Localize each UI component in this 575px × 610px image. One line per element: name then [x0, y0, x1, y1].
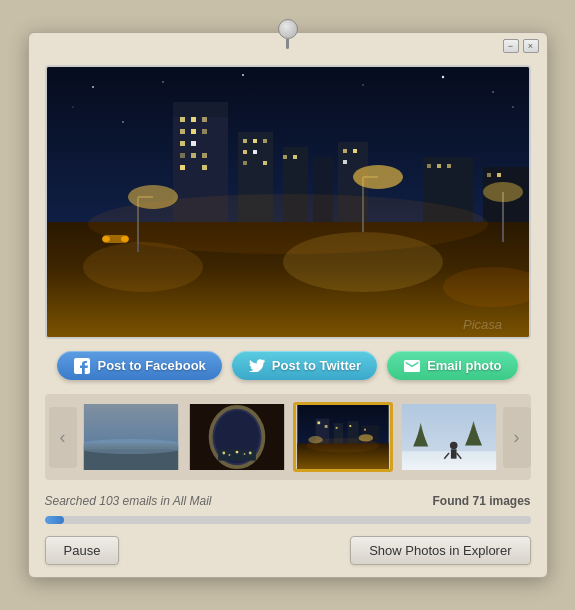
svg-point-74: [222, 452, 225, 455]
svg-text:Picasa: Picasa: [463, 317, 502, 332]
svg-rect-46: [447, 164, 451, 168]
svg-rect-28: [253, 139, 257, 143]
svg-rect-12: [173, 102, 228, 117]
svg-rect-88: [364, 429, 366, 431]
email-icon: [403, 359, 421, 373]
pushpin-decoration: [278, 19, 298, 47]
svg-point-91: [308, 436, 323, 443]
svg-point-63: [102, 236, 110, 242]
svg-rect-38: [293, 155, 297, 159]
svg-rect-17: [191, 129, 196, 134]
pause-button[interactable]: Pause: [45, 536, 120, 565]
main-photo: Picasa: [47, 67, 529, 337]
email-photo-button[interactable]: Email photo: [387, 351, 517, 380]
svg-rect-39: [343, 149, 347, 153]
svg-rect-19: [180, 141, 185, 146]
svg-rect-21: [180, 153, 185, 158]
svg-rect-40: [353, 149, 357, 153]
svg-rect-41: [343, 160, 347, 164]
svg-rect-23: [202, 153, 207, 158]
svg-point-4: [242, 74, 244, 76]
thumbnail-2[interactable]: [187, 402, 287, 472]
status-bar: Searched 103 emails in All Mail Found 71…: [45, 494, 531, 508]
svg-rect-29: [263, 139, 267, 143]
svg-point-78: [248, 452, 251, 455]
minimize-button[interactable]: −: [503, 39, 519, 53]
svg-rect-24: [180, 165, 185, 170]
svg-rect-32: [243, 161, 247, 165]
svg-point-61: [88, 194, 488, 254]
facebook-button-label: Post to Facebook: [97, 358, 205, 373]
thumbnail-3[interactable]: [293, 402, 393, 472]
close-button[interactable]: ×: [523, 39, 539, 53]
bottom-buttons-row: Pause Show Photos in Explorer: [45, 536, 531, 565]
action-buttons-row: Post to Facebook Post to Twitter Email p…: [45, 351, 531, 380]
svg-point-8: [72, 106, 73, 107]
svg-point-99: [449, 442, 457, 450]
search-status-text: Searched 103 emails in All Mail: [45, 494, 212, 508]
svg-rect-45: [437, 164, 441, 168]
svg-rect-15: [202, 117, 207, 122]
svg-rect-31: [253, 150, 257, 154]
svg-rect-48: [497, 173, 501, 177]
svg-point-69: [83, 439, 179, 454]
svg-point-75: [228, 454, 230, 456]
svg-rect-84: [317, 421, 320, 424]
svg-rect-85: [324, 425, 327, 428]
post-twitter-button[interactable]: Post to Twitter: [232, 351, 377, 380]
svg-point-5: [362, 84, 363, 85]
progress-bar-container: [45, 516, 531, 524]
show-photos-explorer-button[interactable]: Show Photos in Explorer: [350, 536, 530, 565]
thumbnail-4[interactable]: [399, 402, 499, 472]
next-thumbnail-button[interactable]: ›: [503, 407, 531, 468]
svg-rect-86: [335, 427, 337, 429]
svg-rect-25: [202, 165, 207, 170]
svg-rect-87: [349, 425, 351, 427]
svg-rect-100: [450, 449, 456, 458]
svg-rect-37: [283, 155, 287, 159]
svg-point-77: [243, 453, 245, 455]
twitter-icon: [248, 359, 266, 373]
svg-point-3: [162, 81, 164, 83]
prev-thumbnail-button[interactable]: ‹: [49, 407, 77, 468]
svg-rect-27: [243, 139, 247, 143]
svg-rect-22: [191, 153, 196, 158]
svg-point-7: [492, 91, 494, 93]
post-facebook-button[interactable]: Post to Facebook: [57, 351, 221, 380]
svg-rect-30: [243, 150, 247, 154]
twitter-button-label: Post to Twitter: [272, 358, 361, 373]
found-count-text: Found 71 images: [432, 494, 530, 508]
thumbnail-1[interactable]: [81, 402, 181, 472]
svg-rect-18: [202, 129, 207, 134]
svg-point-10: [512, 106, 513, 107]
svg-point-6: [441, 76, 443, 78]
progress-bar-fill: [45, 516, 64, 524]
svg-rect-13: [180, 117, 185, 122]
svg-point-92: [358, 434, 373, 441]
svg-point-2: [92, 86, 94, 88]
main-photo-container: Picasa: [45, 65, 531, 339]
svg-point-9: [122, 121, 124, 123]
svg-rect-33: [263, 161, 267, 165]
svg-point-64: [121, 236, 129, 242]
svg-rect-14: [191, 117, 196, 122]
thumbnail-strip: ‹: [45, 394, 531, 480]
svg-rect-16: [180, 129, 185, 134]
svg-rect-20: [191, 141, 196, 146]
svg-point-58: [353, 165, 403, 189]
facebook-icon: [73, 359, 91, 373]
window-content: Picasa Post to Facebook: [29, 57, 547, 577]
svg-point-60: [483, 182, 523, 202]
city-photo-svg: Picasa: [47, 67, 529, 337]
svg-point-76: [235, 451, 238, 454]
main-window: − ×: [28, 32, 548, 578]
svg-rect-47: [487, 173, 491, 177]
svg-rect-44: [427, 164, 431, 168]
thumbnails-container: [81, 398, 499, 476]
email-button-label: Email photo: [427, 358, 501, 373]
